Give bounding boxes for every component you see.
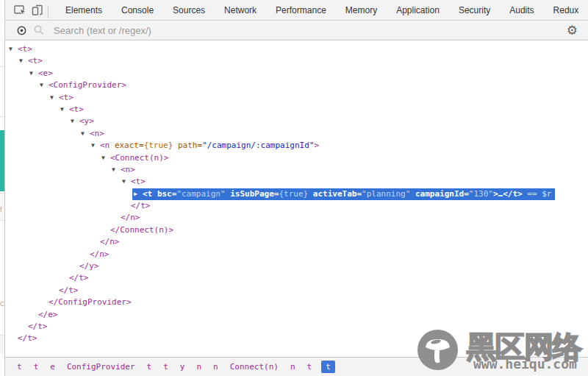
breadcrumb-item[interactable]: n <box>288 361 298 373</box>
attribute-value: "planning" <box>362 189 410 199</box>
tab-security[interactable]: Security <box>449 0 500 20</box>
react-component-tree: ▼<t>▼<t>▼<e>▼<ConfigProvider>▼<t>▼<t>▼<y… <box>5 40 588 356</box>
breadcrumb-item[interactable]: n <box>194 361 204 373</box>
breadcrumb-item[interactable]: t <box>321 361 335 373</box>
breadcrumb-item[interactable]: ConfigProvider <box>65 361 137 373</box>
selected-tree-row[interactable]: ▶<t bsc="campaign" isSubPage={true} acti… <box>132 188 555 201</box>
expand-arrow-icon[interactable]: ▼ <box>101 152 110 164</box>
watermark-site-url: www.heiqu.com <box>473 356 577 372</box>
tree-row[interactable]: ▼</t> <box>5 200 588 212</box>
tree-row[interactable]: ▼<n exact={true} path="/campaign/:campai… <box>5 140 588 152</box>
tag-close: </t> <box>69 274 89 283</box>
tag-open: <t <box>28 57 37 66</box>
tree-row[interactable]: ▼<t> <box>5 55 588 67</box>
tag-bracket: > <box>164 153 169 163</box>
tree-row[interactable]: ▼</t> <box>5 285 588 297</box>
attribute-name: path= <box>178 141 202 150</box>
tree-row[interactable]: ▼</Connect(n)> <box>5 224 588 236</box>
tag-close: </n> <box>100 237 120 246</box>
attribute-value: "130" <box>469 189 493 199</box>
attribute-value: {true} <box>279 189 308 199</box>
expand-arrow-icon[interactable]: ▼ <box>60 104 69 116</box>
tag-close: </n> <box>121 213 140 223</box>
breadcrumb-item[interactable]: t <box>15 361 24 373</box>
tab-network[interactable]: Network <box>215 0 266 20</box>
inspect-element-icon[interactable] <box>11 3 29 18</box>
tree-row[interactable]: ▼</ConfigProvider> <box>5 297 588 308</box>
tree-row[interactable]: ▼<ConfigProvider> <box>5 79 588 91</box>
expand-arrow-icon[interactable]: ▼ <box>40 79 49 91</box>
tag-bracket: > <box>27 44 32 54</box>
breadcrumb-item[interactable]: t <box>32 361 41 373</box>
tab-sources[interactable]: Sources <box>163 0 215 20</box>
tag-close: >…</t> <box>493 189 523 199</box>
tag-close: </e> <box>38 310 58 319</box>
breadcrumb-item[interactable]: e <box>48 361 57 373</box>
tag-open: <n <box>90 129 99 138</box>
tree-row[interactable]: ▼<n> <box>5 128 588 140</box>
tab-audits[interactable]: Audits <box>500 0 543 20</box>
devtools-tab-bar: ElementsConsoleSourcesNetworkPerformance… <box>5 0 588 21</box>
expand-arrow-icon[interactable]: ▼ <box>91 140 100 152</box>
tab-application[interactable]: Application <box>387 0 449 20</box>
search-input[interactable] <box>54 25 567 36</box>
tree-row[interactable]: ▼</n> <box>5 236 588 248</box>
collapsed-arrow-icon[interactable]: ▶ <box>134 188 143 200</box>
console-eval-hint: == $r <box>527 189 551 199</box>
breadcrumb-item[interactable]: t <box>161 361 171 373</box>
tree-row[interactable]: ▼<t> <box>5 176 588 188</box>
breadcrumb-item[interactable]: y <box>178 361 187 373</box>
expand-arrow-icon[interactable]: ▼ <box>29 68 38 79</box>
tag-bracket: > <box>68 93 74 102</box>
tab-elements[interactable]: Elements <box>56 0 112 20</box>
tree-row[interactable]: ▼<t> <box>5 43 588 55</box>
expand-arrow-icon[interactable]: ▼ <box>122 176 131 188</box>
tag-open: <t <box>69 104 79 114</box>
tree-row[interactable]: ▶<t bsc="campaign" isSubPage={true} acti… <box>5 188 588 200</box>
tree-row[interactable]: ▼</n> <box>5 212 588 224</box>
tab-console[interactable]: Console <box>112 0 163 20</box>
tree-row[interactable]: ▼</n> <box>5 249 588 260</box>
tab-redux[interactable]: Redux <box>544 0 588 20</box>
tag-open: <Connect(n) <box>110 153 164 163</box>
settings-gear-icon[interactable]: ⚙ <box>567 24 578 37</box>
tag-close: </t> <box>28 322 48 331</box>
attribute-value: "/campaign/:campaignId" <box>202 141 314 150</box>
tab-memory[interactable]: Memory <box>336 0 387 20</box>
tree-row[interactable]: ▼<t> <box>5 92 588 104</box>
attribute-name: campaignId= <box>415 189 469 199</box>
device-toolbar-icon[interactable] <box>29 3 46 18</box>
attribute-name: isSubPage= <box>230 189 279 199</box>
expand-arrow-icon[interactable]: ▼ <box>112 164 121 176</box>
tree-row[interactable]: ▼<e> <box>5 68 588 79</box>
tag-close: </y> <box>79 261 99 271</box>
breadcrumb-item[interactable]: n <box>211 361 220 373</box>
tree-row[interactable]: ▼<Connect(n)> <box>5 152 588 164</box>
tab-performance[interactable]: Performance <box>266 0 336 20</box>
devtools-toolbar-icons <box>5 0 56 20</box>
tag-bracket: > <box>99 129 104 138</box>
expand-arrow-icon[interactable]: ▼ <box>9 43 18 55</box>
tag-bracket: > <box>130 165 135 174</box>
expand-arrow-icon[interactable]: ▼ <box>81 128 90 140</box>
tree-row[interactable]: ▼<y> <box>5 116 588 127</box>
breadcrumb-item[interactable]: t <box>145 361 154 373</box>
tag-open: <t <box>143 189 152 199</box>
attribute-name: activeTab= <box>313 189 362 199</box>
tab-bar-tabs: ElementsConsoleSourcesNetworkPerformance… <box>56 0 588 20</box>
breadcrumb-item[interactable]: Connect(n) <box>228 361 281 373</box>
expand-arrow-icon[interactable]: ▼ <box>71 116 79 127</box>
attribute-value: {true} <box>144 141 173 150</box>
breadcrumb-item[interactable]: t <box>305 361 315 373</box>
select-element-target-icon[interactable] <box>12 23 30 38</box>
devtools-window: f C ElementsConso <box>0 0 588 376</box>
tag-close: </ConfigProvider> <box>49 297 132 307</box>
tag-bracket: > <box>89 117 94 127</box>
tree-row[interactable]: ▼</y> <box>5 260 588 272</box>
expand-arrow-icon[interactable]: ▼ <box>19 55 28 67</box>
tree-row[interactable]: ▼</e> <box>5 309 588 321</box>
expand-arrow-icon[interactable]: ▼ <box>50 92 59 104</box>
tree-row[interactable]: ▼<t> <box>5 104 588 116</box>
tree-row[interactable]: ▼</t> <box>5 272 588 284</box>
tree-row[interactable]: ▼<n> <box>5 164 588 176</box>
